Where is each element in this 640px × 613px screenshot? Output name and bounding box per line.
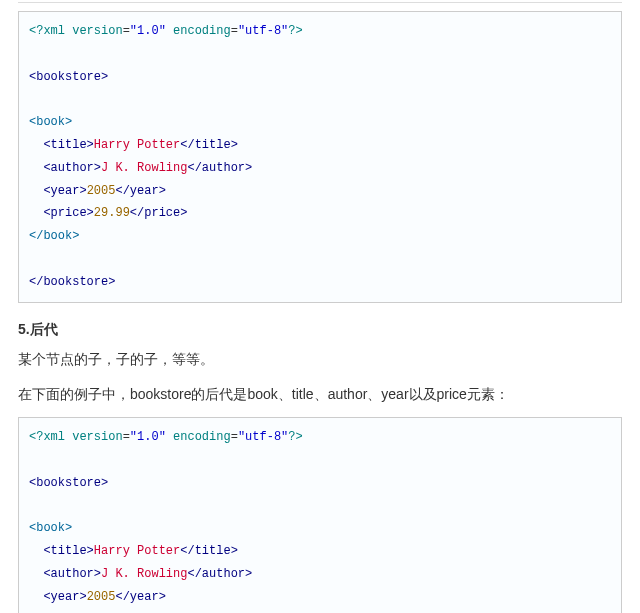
indent — [29, 567, 43, 581]
xml-decl-close: ?> — [288, 430, 302, 444]
attr-encoding-val: "utf-8" — [238, 430, 288, 444]
section-5-heading: 5.后代 — [18, 321, 622, 339]
author-close: </author> — [187, 161, 252, 175]
year-open: <year> — [43, 184, 86, 198]
title-close: </title> — [180, 138, 238, 152]
year-open: <year> — [43, 590, 86, 604]
year-close: </year> — [115, 184, 165, 198]
equals: = — [123, 430, 130, 444]
equals: = — [231, 24, 238, 38]
equals: = — [231, 430, 238, 444]
xml-decl-name: xml — [43, 24, 65, 38]
book-open: <book> — [29, 115, 72, 129]
equals: = — [123, 24, 130, 38]
attr-version-val: "1.0" — [130, 430, 166, 444]
section-5-p1: 某个节点的子，子的子，等等。 — [18, 347, 622, 372]
bookstore-open: <bookstore> — [29, 70, 108, 84]
author-close: </author> — [187, 567, 252, 581]
title-text: Harry Potter — [94, 138, 180, 152]
bookstore-open: <bookstore> — [29, 476, 108, 490]
title-close: </title> — [180, 544, 238, 558]
price-close: </price> — [130, 206, 188, 220]
author-text: J K. Rowling — [101, 567, 187, 581]
indent — [29, 206, 43, 220]
xml-decl-open: <? — [29, 24, 43, 38]
xml-decl-name: xml — [43, 430, 65, 444]
bookstore-close: </bookstore> — [29, 275, 115, 289]
author-open: <author> — [43, 567, 101, 581]
attr-version-name: version — [72, 24, 122, 38]
year-text: 2005 — [87, 590, 116, 604]
attr-encoding-val: "utf-8" — [238, 24, 288, 38]
year-text: 2005 — [87, 184, 116, 198]
year-close: </year> — [115, 590, 165, 604]
section-5-p2: 在下面的例子中，bookstore的后代是book、title、author、y… — [18, 382, 622, 407]
xml-decl-close: ?> — [288, 24, 302, 38]
indent — [29, 544, 43, 558]
price-open: <price> — [43, 206, 93, 220]
author-open: <author> — [43, 161, 101, 175]
xml-decl-open: <? — [29, 430, 43, 444]
book-open: <book> — [29, 521, 72, 535]
code-block-2: <?xml version="1.0" encoding="utf-8"?> <… — [18, 417, 622, 613]
title-open: <title> — [43, 544, 93, 558]
attr-encoding-name: encoding — [173, 24, 231, 38]
indent — [29, 184, 43, 198]
title-text: Harry Potter — [94, 544, 180, 558]
space — [166, 430, 173, 444]
price-text: 29.99 — [94, 206, 130, 220]
book-close: </book> — [29, 229, 79, 243]
indent — [29, 161, 43, 175]
attr-version-name: version — [72, 430, 122, 444]
indent — [29, 138, 43, 152]
attr-version-val: "1.0" — [130, 24, 166, 38]
space — [166, 24, 173, 38]
title-open: <title> — [43, 138, 93, 152]
code-block-1: <?xml version="1.0" encoding="utf-8"?> <… — [18, 11, 622, 303]
divider — [18, 2, 622, 3]
indent — [29, 590, 43, 604]
attr-encoding-name: encoding — [173, 430, 231, 444]
author-text: J K. Rowling — [101, 161, 187, 175]
